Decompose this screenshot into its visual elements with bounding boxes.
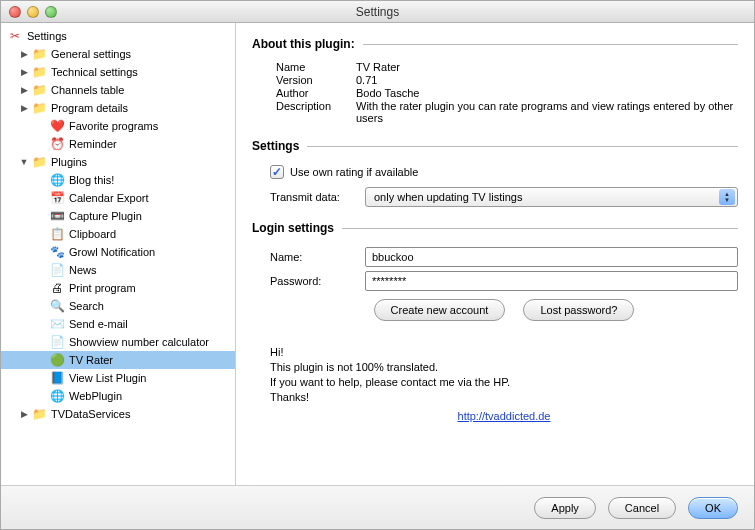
tree-item-label: Plugins <box>51 156 87 168</box>
transmit-value: only when updating TV listings <box>374 191 522 203</box>
sidebar-item-growl-notification[interactable]: 🐾Growl Notification <box>1 243 235 261</box>
tree-item-label: News <box>69 264 97 276</box>
login-heading: Login settings <box>252 221 738 235</box>
apply-button[interactable]: Apply <box>534 497 596 519</box>
tree-item-icon: ✉️ <box>49 316 65 332</box>
transmit-row: Transmit data: only when updating TV lis… <box>270 187 738 207</box>
use-own-rating-row[interactable]: ✓ Use own rating if available <box>270 165 738 179</box>
tree-item-icon: 📁 <box>31 82 47 98</box>
meta-key: Name <box>276 61 356 73</box>
sidebar-item-program-details[interactable]: ▶📁Program details <box>1 99 235 117</box>
sidebar-item-webplugin[interactable]: 🌐WebPlugin <box>1 387 235 405</box>
sidebar-item-calendar-export[interactable]: 📅Calendar Export <box>1 189 235 207</box>
sidebar-item-view-list-plugin[interactable]: 📘View List Plugin <box>1 369 235 387</box>
tree-item-icon: 📄 <box>49 262 65 278</box>
tree-item-icon: 📅 <box>49 190 65 206</box>
meta-key: Version <box>276 74 356 86</box>
sidebar-item-tv-rater[interactable]: 🟢TV Rater <box>1 351 235 369</box>
tree-item-icon: ⏰ <box>49 136 65 152</box>
sidebar-item-channels-table[interactable]: ▶📁Channels table <box>1 81 235 99</box>
password-input[interactable] <box>365 271 738 291</box>
tree-item-label: Reminder <box>69 138 117 150</box>
sidebar-item-blog-this-[interactable]: 🌐Blog this! <box>1 171 235 189</box>
disclosure-icon[interactable]: ▶ <box>19 103 29 113</box>
meta-value: With the rater plugin you can rate progr… <box>356 100 738 124</box>
tree-root-label: Settings <box>27 30 67 42</box>
meta-value: TV Rater <box>356 61 738 73</box>
window-title: Settings <box>1 5 754 19</box>
password-label: Password: <box>270 275 365 287</box>
create-account-button[interactable]: Create new account <box>374 299 506 321</box>
tools-icon: ✂ <box>7 28 23 44</box>
tree-item-icon: 📄 <box>49 334 65 350</box>
tree-item-label: WebPlugin <box>69 390 122 402</box>
content-pane: About this plugin: NameTV RaterVersion0.… <box>236 23 754 485</box>
dialog-footer: Apply Cancel OK <box>1 485 754 529</box>
tree-item-label: TV Rater <box>69 354 113 366</box>
tree-item-label: Favorite programs <box>69 120 158 132</box>
sidebar-item-clipboard[interactable]: 📋Clipboard <box>1 225 235 243</box>
name-label: Name: <box>270 251 365 263</box>
tree-item-icon: 📼 <box>49 208 65 224</box>
disclosure-icon[interactable]: ▶ <box>19 409 29 419</box>
tree-item-icon: 🔍 <box>49 298 65 314</box>
tree-item-icon: 🖨 <box>49 280 65 296</box>
sidebar-item-send-e-mail[interactable]: ✉️Send e-mail <box>1 315 235 333</box>
meta-value: 0.71 <box>356 74 738 86</box>
sidebar-item-showview-number-calculator[interactable]: 📄Showview number calculator <box>1 333 235 351</box>
tree-item-label: Clipboard <box>69 228 116 240</box>
disclosure-icon[interactable]: ▶ <box>19 49 29 59</box>
sidebar-item-tvdataservices[interactable]: ▶📁TVDataServices <box>1 405 235 423</box>
tree-item-icon: 📁 <box>31 406 47 422</box>
tree-root[interactable]: ✂ Settings <box>1 27 235 45</box>
sidebar-item-reminder[interactable]: ⏰Reminder <box>1 135 235 153</box>
tree-item-icon: 📁 <box>31 64 47 80</box>
sidebar-item-search[interactable]: 🔍Search <box>1 297 235 315</box>
lost-password-button[interactable]: Lost password? <box>523 299 634 321</box>
meta-row: NameTV Rater <box>276 61 738 73</box>
disclosure-icon[interactable]: ▼ <box>19 157 29 167</box>
disclosure-icon[interactable]: ▶ <box>19 85 29 95</box>
sidebar-item-plugins[interactable]: ▼📁Plugins <box>1 153 235 171</box>
homepage-link[interactable]: http://tvaddicted.de <box>270 409 738 424</box>
tree-item-label: Technical settings <box>51 66 138 78</box>
meta-value: Bodo Tasche <box>356 87 738 99</box>
titlebar: Settings <box>1 1 754 23</box>
window-body: ✂ Settings ▶📁General settings▶📁Technical… <box>1 23 754 485</box>
select-arrows-icon: ▲▼ <box>719 189 735 205</box>
transmit-select[interactable]: only when updating TV listings ▲▼ <box>365 187 738 207</box>
sidebar-item-capture-plugin[interactable]: 📼Capture Plugin <box>1 207 235 225</box>
sidebar-item-general-settings[interactable]: ▶📁General settings <box>1 45 235 63</box>
sidebar-item-favorite-programs[interactable]: ❤️Favorite programs <box>1 117 235 135</box>
translation-note: Hi! This plugin is not 100% translated. … <box>270 345 738 424</box>
settings-tree[interactable]: ✂ Settings ▶📁General settings▶📁Technical… <box>1 23 236 485</box>
meta-row: AuthorBodo Tasche <box>276 87 738 99</box>
tree-item-icon: 📁 <box>31 100 47 116</box>
transmit-label: Transmit data: <box>270 191 365 203</box>
tree-item-label: Blog this! <box>69 174 114 186</box>
ok-button[interactable]: OK <box>688 497 738 519</box>
tree-item-label: Search <box>69 300 104 312</box>
tree-item-label: Calendar Export <box>69 192 149 204</box>
meta-key: Author <box>276 87 356 99</box>
tree-item-icon: 📋 <box>49 226 65 242</box>
tree-item-label: TVDataServices <box>51 408 130 420</box>
tree-item-label: Showview number calculator <box>69 336 209 348</box>
meta-key: Description <box>276 100 356 124</box>
name-input[interactable] <box>365 247 738 267</box>
checkbox-checked-icon[interactable]: ✓ <box>270 165 284 179</box>
tree-item-label: View List Plugin <box>69 372 146 384</box>
cancel-button[interactable]: Cancel <box>608 497 676 519</box>
tree-item-icon: 🐾 <box>49 244 65 260</box>
disclosure-icon[interactable]: ▶ <box>19 67 29 77</box>
sidebar-item-print-program[interactable]: 🖨Print program <box>1 279 235 297</box>
sidebar-item-news[interactable]: 📄News <box>1 261 235 279</box>
sidebar-item-technical-settings[interactable]: ▶📁Technical settings <box>1 63 235 81</box>
tree-item-icon: 📁 <box>31 154 47 170</box>
tree-item-label: Send e-mail <box>69 318 128 330</box>
tree-item-icon: ❤️ <box>49 118 65 134</box>
about-heading: About this plugin: <box>252 37 738 51</box>
settings-heading: Settings <box>252 139 738 153</box>
plugin-meta: NameTV RaterVersion0.71AuthorBodo Tasche… <box>276 61 738 125</box>
tree-item-label: General settings <box>51 48 131 60</box>
